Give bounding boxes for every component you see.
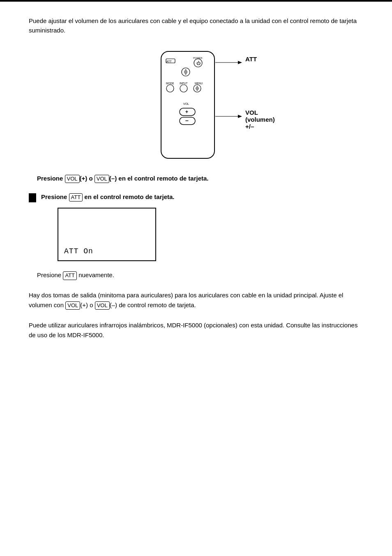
att-display-text: ATT On (64, 247, 93, 255)
svg-marker-21 (238, 61, 242, 64)
svg-point-11 (166, 85, 174, 92)
svg-text:⏻: ⏻ (196, 61, 201, 65)
step1-title: Presione VOL(+) o VOL(–) en el control r… (37, 175, 363, 183)
step2-text-after: en el control remoto de tarjeta. (83, 193, 174, 200)
step2-text-before: Presione (41, 193, 69, 200)
svg-text:ATT: ATT (166, 60, 172, 63)
svg-text:MODE: MODE (166, 82, 174, 85)
att-btn-1: ATT (69, 193, 83, 202)
remote-wrapper: ATT ⏻ POWER MODE INPUT MENU (157, 47, 235, 162)
vol-btn-2: VOL (95, 175, 109, 183)
att-display-box: ATT On (58, 208, 156, 261)
svg-text:VOL: VOL (183, 102, 189, 105)
para1-end: (–) de control remoto de tarjeta. (110, 301, 196, 308)
svg-point-12 (180, 85, 187, 92)
svg-text:INPUT: INPUT (180, 82, 188, 85)
para2: Puede utilizar auriculares infrarrojos i… (29, 320, 363, 340)
svg-marker-7 (184, 69, 187, 75)
para1-mid: (+) o (80, 301, 95, 308)
step3-block: Presione ATT nuevamente. (29, 271, 363, 280)
step3-after: nuevamente. (77, 271, 114, 278)
step2-block: Presione ATT en el control remoto de tar… (29, 193, 363, 261)
intro-paragraph: Puede ajustar el volumen de los auricula… (29, 16, 363, 35)
step1-mid1: (+) o (80, 175, 95, 182)
svg-text:–: – (185, 117, 189, 124)
step3-before: Presione (37, 271, 63, 278)
para1-vol-btn2: VOL (95, 301, 110, 310)
svg-marker-14 (196, 86, 199, 91)
step1-text-after: (–) en el control remoto de tarjeta. (109, 175, 209, 182)
vol-label: VOL (volumen) +/– (245, 109, 275, 130)
step1-block: Presione VOL(+) o VOL(–) en el control r… (29, 175, 363, 183)
svg-marker-23 (238, 115, 242, 118)
black-square-marker (29, 193, 36, 202)
svg-text:+: + (185, 109, 188, 115)
att-label: ATT (245, 56, 257, 63)
para1: Hay dos tomas de salida (minitoma para a… (29, 290, 363, 310)
step1-text-before: Presione (37, 175, 65, 182)
svg-text:POWER: POWER (193, 57, 203, 59)
step2-title: Presione ATT en el control remoto de tar… (41, 193, 363, 202)
remote-diagram-area: ATT ⏻ POWER MODE INPUT MENU (29, 47, 363, 162)
para1-vol-btn1: VOL (65, 301, 80, 310)
svg-text:MENU: MENU (195, 82, 203, 85)
att-btn-2: ATT (63, 271, 77, 280)
vol-btn-1: VOL (65, 175, 80, 183)
step3-text: Presione ATT nuevamente. (37, 271, 363, 280)
